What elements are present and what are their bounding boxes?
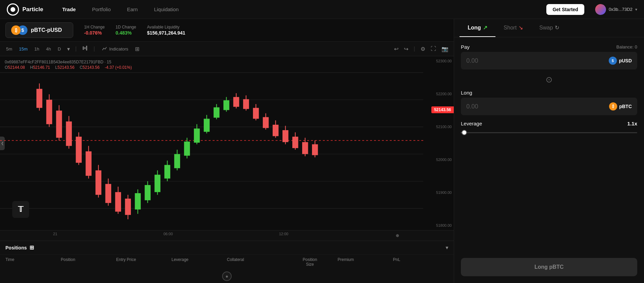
crosshair-icon[interactable]: ⊕: [394, 232, 401, 239]
nav-portfolio[interactable]: Portfolio: [89, 5, 113, 14]
svg-rect-11: [36, 89, 42, 108]
tab-long[interactable]: Long ↗: [460, 19, 495, 37]
svg-rect-37: [164, 165, 170, 179]
svg-rect-59: [273, 125, 278, 136]
pay-token-label: pUSD: [619, 58, 632, 63]
price-51800: 51800.00: [425, 223, 452, 227]
swap-tab-icon: ↻: [555, 24, 559, 31]
time-5m[interactable]: 5m: [4, 45, 14, 53]
tab-short[interactable]: Short ↘: [495, 19, 531, 37]
chevron-down-icon: ▾: [635, 7, 637, 12]
pusd-token-icon: $: [609, 57, 617, 65]
x-label-1200: 12:00: [279, 232, 289, 239]
svg-rect-0: [83, 46, 84, 50]
col-position: Position: [61, 257, 116, 267]
redo-icon[interactable]: ↪: [403, 44, 410, 54]
stat-1h-label: 1H Change: [84, 25, 105, 29]
camera-icon[interactable]: 📷: [440, 44, 450, 54]
dropdown-icon[interactable]: ▾: [66, 44, 71, 54]
col-time: Time: [5, 257, 61, 267]
svg-rect-27: [115, 192, 121, 212]
fullscreen-icon[interactable]: ⛶: [429, 44, 437, 53]
leverage-slider-container: [461, 128, 637, 137]
logo-icon: [7, 3, 19, 16]
long-token-label: pBTC: [619, 104, 632, 109]
pay-input-box[interactable]: $ pUSD: [461, 52, 637, 69]
indicators-label: Indicators: [109, 46, 128, 52]
chart-toolbar: 5m 15m 1h 4h D ▾ | | Indicators ⊞: [0, 42, 454, 56]
candlestick-chart: [0, 56, 423, 230]
svg-rect-31: [135, 193, 141, 209]
ohlc-row: O52144.08 H52146.71 L52143.56 C52143.56 …: [5, 65, 132, 70]
x-label-21: 21: [53, 232, 57, 239]
undo-icon[interactable]: ↩: [393, 44, 400, 54]
x-label-0600: 06:00: [163, 232, 173, 239]
svg-rect-49: [223, 100, 229, 110]
price-51900: 51900.00: [425, 190, 452, 195]
leverage-value: 1.1x: [627, 121, 637, 126]
scroll-dot-icon: ●: [222, 271, 232, 281]
svg-rect-25: [105, 184, 111, 203]
svg-rect-51: [233, 97, 239, 107]
ohlc-o-label: O: [5, 65, 8, 70]
col-pnl: PnL: [393, 257, 448, 267]
tab-swap[interactable]: Swap ↻: [531, 19, 567, 37]
chart-svg-container: [0, 56, 423, 230]
logo-text: Particle: [22, 6, 43, 13]
svg-rect-15: [56, 110, 62, 138]
topnav: Particle Trade Portfolio Earn Liquidatio…: [0, 0, 644, 19]
svg-rect-47: [214, 107, 219, 118]
stat-1d-label: 1D Change: [116, 25, 136, 29]
right-panel: Long ↗ Short ↘ Swap ↻ Pay Balance: 0: [454, 19, 644, 283]
pair-selector[interactable]: ₿ $ pBTC-pUSD: [5, 22, 73, 38]
price-scale: 52300.00 52200.00 52100.00 52000.00 5190…: [423, 56, 454, 230]
short-tab-label: Short: [504, 25, 516, 31]
ohlc-c-label: C: [80, 65, 83, 70]
indicators-button[interactable]: Indicators: [99, 45, 131, 53]
long-input[interactable]: [466, 103, 606, 110]
price-52200: 52200.00: [425, 92, 452, 96]
svg-rect-39: [174, 154, 180, 168]
svg-rect-1: [84, 47, 85, 49]
swap-tab-label: Swap: [539, 25, 553, 31]
wallet-address: 0x3b...73D2: [609, 7, 632, 12]
separator-3: |: [414, 46, 415, 52]
long-pbtc-button[interactable]: Long pBTC: [461, 258, 637, 276]
chart-type-icon[interactable]: [81, 44, 90, 54]
get-started-button[interactable]: Get Started: [546, 4, 584, 15]
svg-rect-55: [253, 108, 259, 119]
layout-icon[interactable]: ⊞: [134, 44, 141, 54]
positions-title: Positions ⊞: [5, 244, 34, 251]
stat-1d-value: 0.483%: [116, 30, 136, 36]
nav-liquidation[interactable]: Liquidation: [151, 5, 181, 14]
leverage-field-group: Leverage 1.1x: [461, 121, 637, 137]
pair-icons: ₿ $: [11, 25, 27, 35]
trade-tabs: Long ↗ Short ↘ Swap ↻: [454, 19, 644, 37]
pay-input[interactable]: [466, 57, 605, 64]
pay-label-row: Pay Balance: 0: [461, 44, 637, 50]
nav-trade[interactable]: Trade: [59, 5, 78, 14]
nav-earn[interactable]: Earn: [124, 5, 141, 14]
positions-header[interactable]: Positions ⊞ ▾: [0, 241, 454, 254]
col-entry-price: Entry Price: [116, 257, 172, 267]
time-D[interactable]: D: [56, 45, 63, 53]
tradingview-watermark: 𝕋: [12, 201, 29, 218]
main-layout: ₿ $ pBTC-pUSD 1H Change -0.076% 1D Chang…: [0, 19, 644, 283]
scroll-indicator: ●: [0, 269, 454, 283]
col-position-size: PositionSize: [282, 257, 337, 267]
time-15m[interactable]: 15m: [17, 45, 30, 53]
svg-rect-2: [86, 46, 87, 50]
settings-icon[interactable]: ⚙: [419, 44, 427, 54]
col-leverage: Leverage: [172, 257, 227, 267]
swap-direction-icon[interactable]: ⊙: [461, 75, 637, 84]
price-52000: 52000.00: [425, 158, 452, 162]
positions-stack-icon: ⊞: [30, 244, 34, 251]
long-field-group: Long ₿ pBTC: [461, 90, 637, 115]
wallet-area[interactable]: 0x3b...73D2 ▾: [595, 4, 637, 15]
svg-rect-41: [184, 142, 190, 156]
long-input-box[interactable]: ₿ pBTC: [461, 98, 637, 115]
price-52100: 52100.00: [425, 125, 452, 129]
time-4h[interactable]: 4h: [44, 45, 53, 53]
time-1h[interactable]: 1h: [32, 45, 41, 53]
col-collateral: Collateral: [227, 257, 282, 267]
